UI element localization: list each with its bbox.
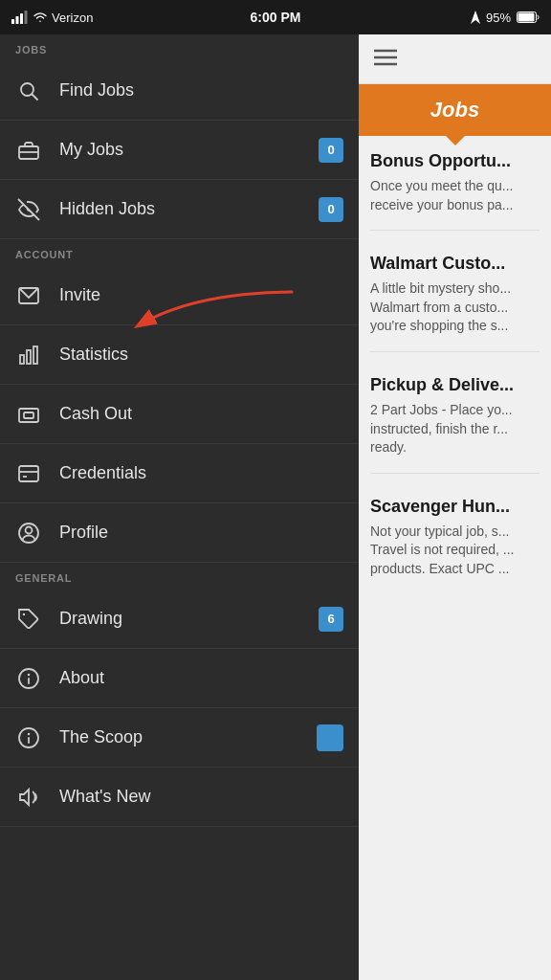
sidebar-item-label: What's New bbox=[59, 787, 343, 807]
content-item-desc: A little bit mystery sho... Walmart from… bbox=[370, 279, 540, 336]
content-item-title: Bonus Opportu... bbox=[370, 151, 540, 171]
card-icon bbox=[15, 460, 42, 487]
sidebar-item-label: Credentials bbox=[59, 463, 343, 483]
my-jobs-badge: 0 bbox=[319, 138, 343, 163]
svg-rect-15 bbox=[24, 412, 33, 418]
svg-rect-11 bbox=[20, 355, 24, 364]
sidebar-item-about[interactable]: About bbox=[0, 649, 359, 708]
svg-rect-0 bbox=[11, 19, 14, 24]
sidebar-item-find-jobs[interactable]: Find Jobs bbox=[0, 61, 359, 121]
svg-rect-14 bbox=[19, 409, 38, 422]
the-scoop-badge bbox=[317, 724, 343, 751]
drawing-badge: 6 bbox=[319, 607, 343, 632]
section-header-account: ACCOUNT bbox=[0, 239, 359, 266]
content-item: Walmart Custo... A little bit mystery sh… bbox=[370, 254, 540, 352]
svg-rect-3 bbox=[25, 11, 28, 24]
hidden-jobs-badge: 0 bbox=[319, 197, 343, 222]
sidebar-item-drawing[interactable]: Drawing 6 bbox=[0, 590, 359, 649]
sidebar-item-statistics[interactable]: Statistics bbox=[0, 325, 359, 385]
sidebar-item-credentials[interactable]: Credentials bbox=[0, 444, 359, 503]
info-circle-icon-2 bbox=[15, 724, 42, 751]
sidebar-item-whats-new[interactable]: What's New bbox=[0, 768, 359, 827]
content-item: Scavenger Hun... Not your typical job, s… bbox=[370, 497, 540, 594]
hamburger-icon[interactable] bbox=[374, 49, 397, 70]
search-icon bbox=[15, 78, 42, 104]
svg-point-22 bbox=[26, 526, 33, 533]
svg-rect-5 bbox=[518, 13, 535, 22]
content-item-desc: Not your typical job, s... Travel is not… bbox=[370, 523, 540, 579]
section-header-jobs: JOBS bbox=[0, 34, 359, 61]
bar-chart-icon bbox=[15, 342, 42, 368]
sidebar-item-the-scoop[interactable]: The Scoop bbox=[0, 708, 359, 768]
envelope-icon bbox=[15, 282, 42, 309]
svg-rect-18 bbox=[19, 466, 38, 481]
jobs-tab[interactable]: Jobs bbox=[359, 84, 551, 136]
person-circle-icon bbox=[15, 520, 42, 546]
svg-line-7 bbox=[33, 94, 38, 100]
content-item-title: Walmart Custo... bbox=[370, 254, 540, 274]
svg-rect-2 bbox=[20, 13, 23, 24]
content-item-desc: Once you meet the qu... receive your bon… bbox=[370, 177, 540, 214]
megaphone-icon bbox=[15, 784, 42, 811]
sidebar-item-hidden-jobs[interactable]: Hidden Jobs 0 bbox=[0, 180, 359, 239]
right-header bbox=[359, 34, 551, 84]
cash-icon bbox=[15, 401, 42, 428]
sidebar-item-label: The Scoop bbox=[59, 727, 317, 747]
right-panel: Jobs Bonus Opportu... Once you meet the … bbox=[359, 34, 551, 980]
sidebar-item-invite[interactable]: Invite bbox=[0, 266, 359, 325]
info-circle-icon bbox=[15, 665, 42, 692]
content-area: Bonus Opportu... Once you meet the qu...… bbox=[359, 136, 551, 633]
status-battery-area: 95% bbox=[471, 11, 540, 25]
sidebar-item-my-jobs[interactable]: My Jobs 0 bbox=[0, 121, 359, 180]
svg-rect-13 bbox=[33, 346, 37, 364]
content-item-desc: 2 Part Jobs - Place yo... instructed, fi… bbox=[370, 401, 540, 457]
svg-rect-12 bbox=[27, 350, 31, 364]
briefcase-icon bbox=[15, 137, 42, 164]
sidebar-item-label: Profile bbox=[59, 523, 343, 543]
svg-rect-1 bbox=[16, 16, 19, 24]
eye-slash-icon bbox=[15, 196, 42, 223]
content-item-title: Pickup & Delive... bbox=[370, 375, 540, 395]
content-item: Pickup & Delive... 2 Part Jobs - Place y… bbox=[370, 375, 540, 474]
sidebar-item-label: Cash Out bbox=[59, 404, 343, 424]
status-time: 6:00 PM bbox=[251, 10, 301, 25]
content-item: Bonus Opportu... Once you meet the qu...… bbox=[370, 151, 540, 231]
section-header-general: GENERAL bbox=[0, 563, 359, 590]
status-bar: Verizon 6:00 PM 95% bbox=[0, 0, 551, 34]
sidebar-item-label: Statistics bbox=[59, 345, 343, 365]
sidebar-item-profile[interactable]: Profile bbox=[0, 503, 359, 563]
sidebar-item-label: My Jobs bbox=[59, 140, 319, 160]
status-carrier: Verizon bbox=[11, 11, 93, 25]
sidebar-item-cash-out[interactable]: Cash Out bbox=[0, 385, 359, 444]
sidebar-item-label: Hidden Jobs bbox=[59, 199, 319, 219]
sidebar-item-label: About bbox=[59, 668, 343, 688]
sidebar-item-label: Drawing bbox=[59, 609, 319, 629]
sidebar-item-label: Find Jobs bbox=[59, 80, 343, 100]
content-item-title: Scavenger Hun... bbox=[370, 497, 540, 517]
tag-icon bbox=[15, 606, 42, 633]
sidebar-item-label: Invite bbox=[59, 285, 343, 305]
sidebar: JOBS Find Jobs My Jobs 0 Hidden Jobs 0 A… bbox=[0, 34, 359, 980]
